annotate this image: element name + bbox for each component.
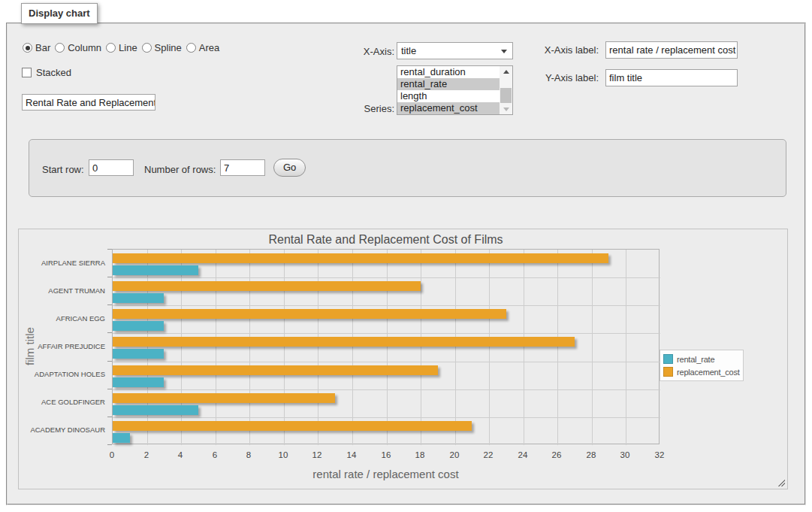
series-option-rental_rate[interactable]: rental_rate <box>397 78 500 90</box>
bar-replacement_cost <box>113 309 506 319</box>
chart-type-option-column[interactable]: Column <box>55 42 101 53</box>
num-rows-input[interactable]: 7 <box>220 159 265 176</box>
x-tick-label: 10 <box>279 450 288 459</box>
stacked-label: Stacked <box>36 67 71 78</box>
scroll-up-icon[interactable] <box>500 66 512 77</box>
y-tick-mark <box>107 277 112 277</box>
bar-rental_rate <box>113 293 164 303</box>
radio-icon[interactable] <box>106 43 116 53</box>
chart-type-option-bar[interactable]: Bar <box>23 42 50 53</box>
y-tick-mark <box>107 444 112 445</box>
x-tick-label: 24 <box>518 450 528 459</box>
y-tick-mark <box>107 332 112 333</box>
bar-rental_rate <box>113 265 198 275</box>
chart-title: Rental Rate and Replacement Cost of Film… <box>112 233 660 247</box>
chart-type-label: Spline <box>155 42 182 53</box>
x-tick-label: 20 <box>450 450 460 459</box>
x-axis-selected-value: title <box>401 45 416 56</box>
row-controls-panel: Start row: 0 Number of rows: 7 Go <box>29 139 786 197</box>
chart-type-option-area[interactable]: Area <box>186 42 219 53</box>
x-tick-label: 2 <box>144 450 149 459</box>
bar-rental_rate <box>113 349 164 359</box>
chart-type-option-spline[interactable]: Spline <box>142 42 182 53</box>
go-button[interactable]: Go <box>273 159 306 177</box>
chart-type-radio-group: BarColumnLineSplineArea <box>23 42 224 53</box>
x-axis-label-input[interactable]: rental rate / replacement cost <box>605 41 738 59</box>
series-option-rental_duration[interactable]: rental_duration <box>397 66 500 78</box>
y-tick-mark <box>107 417 112 417</box>
bar-rental_rate <box>113 377 164 387</box>
x-tick-label: 6 <box>213 450 217 459</box>
radio-icon[interactable] <box>142 43 152 53</box>
x-tick-label: 32 <box>655 450 665 459</box>
scroll-down-icon[interactable] <box>500 103 512 114</box>
x-tick-label: 30 <box>620 450 630 459</box>
y-tick-mark <box>107 249 112 250</box>
chart-x-axis-title: rental rate / replacement cost <box>112 468 660 480</box>
chart-grid <box>112 249 660 444</box>
chart-y-axis-title: film title <box>23 249 37 444</box>
x-tick-label: 14 <box>347 450 357 459</box>
y-tick-mark <box>107 361 112 362</box>
fieldset-legend: Display chart <box>21 3 98 24</box>
x-axis-select-label: X-Axis: <box>333 46 394 57</box>
x-tick-label: 26 <box>552 450 562 459</box>
chart-panel: Rental Rate and Replacement Cost of Film… <box>18 229 788 489</box>
legend-label: replacement_cost <box>677 368 740 377</box>
legend-item: replacement_cost <box>663 365 740 378</box>
radio-icon[interactable] <box>186 43 196 53</box>
legend-label: rental_rate <box>677 355 714 364</box>
resize-handle-icon[interactable] <box>777 478 785 486</box>
stacked-checkbox[interactable] <box>22 68 32 77</box>
bar-rental_rate <box>113 321 164 331</box>
y-tick-mark <box>107 304 112 305</box>
x-tick-label: 16 <box>382 450 391 459</box>
series-multiselect[interactable]: rental_durationrental_ratelengthreplacem… <box>397 65 513 115</box>
start-row-input[interactable]: 0 <box>89 159 134 176</box>
series-option-replacement_cost[interactable]: replacement_cost <box>397 102 500 114</box>
x-tick-label: 0 <box>110 450 114 459</box>
x-tick-label: 8 <box>246 450 251 459</box>
legend-swatch <box>663 367 673 377</box>
bar-replacement_cost <box>113 253 608 263</box>
scrollbar[interactable] <box>500 66 512 114</box>
series-option-length[interactable]: length <box>397 90 500 102</box>
y-tick-mark <box>107 389 112 389</box>
bar-replacement_cost <box>113 393 335 403</box>
chart-type-label: Line <box>119 42 137 53</box>
x-tick-label: 18 <box>415 450 425 459</box>
y-axis-label-caption: Y-Axis label: <box>531 72 599 83</box>
radio-icon[interactable] <box>55 43 65 53</box>
x-axis-select[interactable]: title <box>397 42 513 59</box>
chevron-down-icon <box>501 50 507 53</box>
x-tick-label: 22 <box>484 450 494 459</box>
y-axis-label-input[interactable]: film title <box>605 69 738 86</box>
stacked-option[interactable]: Stacked <box>22 67 71 78</box>
start-row-label: Start row: <box>42 164 84 175</box>
bar-replacement_cost <box>113 281 421 291</box>
num-rows-label: Number of rows: <box>144 164 216 175</box>
x-tick-label: 4 <box>178 450 183 459</box>
chart-legend: rental_ratereplacement_cost <box>660 350 744 381</box>
page: Display chart BarColumnLineSplineArea St… <box>0 0 812 512</box>
x-tick-label: 12 <box>312 450 322 459</box>
chart-type-label: Bar <box>35 42 50 53</box>
bar-rental_rate <box>113 405 198 415</box>
legend-item: rental_rate <box>663 353 740 365</box>
bar-replacement_cost <box>113 421 472 431</box>
bar-replacement_cost <box>113 365 438 375</box>
chart-type-label: Column <box>68 42 101 53</box>
legend-swatch <box>663 354 673 364</box>
x-axis-label-caption: X-Axis label: <box>531 44 599 56</box>
chart-type-option-line[interactable]: Line <box>106 42 137 53</box>
bar-replacement_cost <box>113 337 575 347</box>
chart-type-label: Area <box>199 42 219 53</box>
series-list-label: Series: <box>333 103 394 114</box>
bar-rental_rate <box>113 433 130 443</box>
x-tick-label: 28 <box>587 450 596 459</box>
radio-icon[interactable] <box>23 43 32 53</box>
chart-title-input[interactable]: Rental Rate and Replacement Cost of Film… <box>22 94 155 111</box>
